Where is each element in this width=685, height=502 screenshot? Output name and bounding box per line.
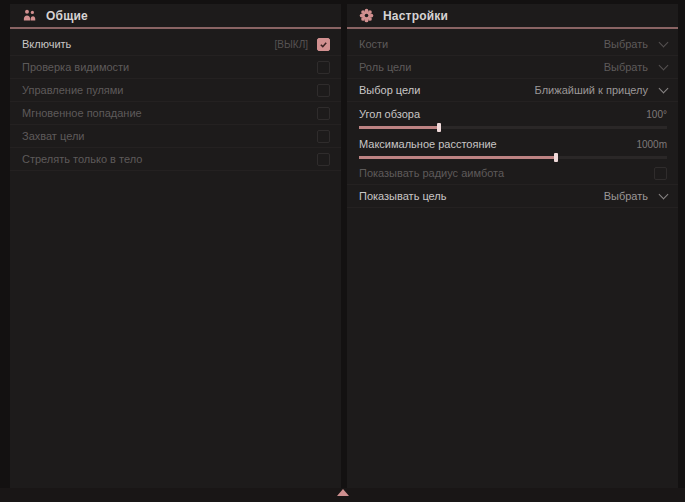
dropdown-value: Выбрать xyxy=(604,38,648,50)
chevron-down-icon xyxy=(659,37,669,47)
slider-label: Максимальное расстояние xyxy=(359,138,636,150)
fov-value: 100° xyxy=(646,109,667,120)
target-lock-checkbox[interactable] xyxy=(317,130,330,143)
toggle-label: Захват цели xyxy=(22,130,317,142)
panel-settings-title: Настройки xyxy=(383,9,448,23)
dropdown-value: Выбрать xyxy=(604,61,648,73)
enable-checkbox[interactable] xyxy=(317,38,330,51)
toggle-row-visibility-check: Проверка видимости xyxy=(10,56,341,79)
panel-settings-header: Настройки xyxy=(347,4,678,29)
bones-dropdown[interactable]: Выбрать xyxy=(604,38,667,50)
dropdown-value: Выбрать xyxy=(604,190,648,202)
chevron-down-icon xyxy=(659,83,669,93)
toggle-row-body-only: Стрелять только в тело xyxy=(10,148,341,171)
panel-general: Общие Включить [ВЫКЛ] Проверка видимости… xyxy=(10,4,341,488)
dropdown-row-target-select: Выбор цели Ближайший к прицелу xyxy=(347,79,678,102)
chevron-down-icon xyxy=(659,189,669,199)
toggle-label: Стрелять только в тело xyxy=(22,153,317,165)
max-distance-value: 1000m xyxy=(636,139,667,150)
bullet-control-checkbox[interactable] xyxy=(317,84,330,97)
dropdown-label: Выбор цели xyxy=(359,84,535,96)
toggle-label: Включить xyxy=(22,38,275,50)
chevron-down-icon xyxy=(659,60,669,70)
slider-row-fov: Угол обзора 100° xyxy=(347,102,678,132)
dropdown-label: Кости xyxy=(359,38,604,50)
dropdown-row-bones: Кости Выбрать xyxy=(347,33,678,56)
visibility-check-checkbox[interactable] xyxy=(317,61,330,74)
instant-hit-checkbox[interactable] xyxy=(317,107,330,120)
fov-slider-fill xyxy=(359,126,439,129)
dropdown-value: Ближайший к прицелу xyxy=(535,84,648,96)
toggle-label: Проверка видимости xyxy=(22,61,317,73)
max-distance-slider-handle[interactable] xyxy=(554,153,558,162)
slider-label: Угол обзора xyxy=(359,108,646,120)
toggle-row-target-lock: Захват цели xyxy=(10,125,341,148)
toggle-label: Управление пулями xyxy=(22,84,317,96)
toggle-row-instant-hit: Мгновенное попадание xyxy=(10,102,341,125)
hotkey-badge: [ВЫКЛ] xyxy=(275,39,308,50)
target-select-dropdown[interactable]: Ближайший к прицелу xyxy=(535,84,667,96)
fov-slider-handle[interactable] xyxy=(437,123,441,132)
show-aimbot-radius-checkbox[interactable] xyxy=(654,167,667,180)
fov-slider[interactable] xyxy=(359,126,667,129)
dropdown-row-target-role: Роль цели Выбрать xyxy=(347,56,678,79)
panel-general-title: Общие xyxy=(46,9,88,23)
show-target-dropdown[interactable]: Выбрать xyxy=(604,190,667,202)
max-distance-slider-fill xyxy=(359,156,556,159)
scroll-up-indicator-icon[interactable] xyxy=(337,489,349,496)
toggle-row-enable: Включить [ВЫКЛ] xyxy=(10,33,341,56)
dropdown-row-show-target: Показывать цель Выбрать xyxy=(347,185,678,208)
toggle-label: Мгновенное попадание xyxy=(22,107,317,119)
slider-row-max-distance: Максимальное расстояние 1000m xyxy=(347,132,678,162)
max-distance-slider[interactable] xyxy=(359,156,667,159)
toggle-label: Показывать радиус аимбота xyxy=(359,167,654,179)
panel-settings: Настройки Кости Выбрать Роль цели Выбрат… xyxy=(347,4,678,488)
dropdown-label: Роль цели xyxy=(359,61,604,73)
toggle-row-bullet-control: Управление пулями xyxy=(10,79,341,102)
gear-icon xyxy=(359,8,374,23)
target-role-dropdown[interactable]: Выбрать xyxy=(604,61,667,73)
users-icon xyxy=(22,8,37,23)
panel-general-header: Общие xyxy=(10,4,341,29)
toggle-row-show-aimbot-radius: Показывать радиус аимбота xyxy=(347,162,678,185)
body-only-checkbox[interactable] xyxy=(317,153,330,166)
dropdown-label: Показывать цель xyxy=(359,190,604,202)
